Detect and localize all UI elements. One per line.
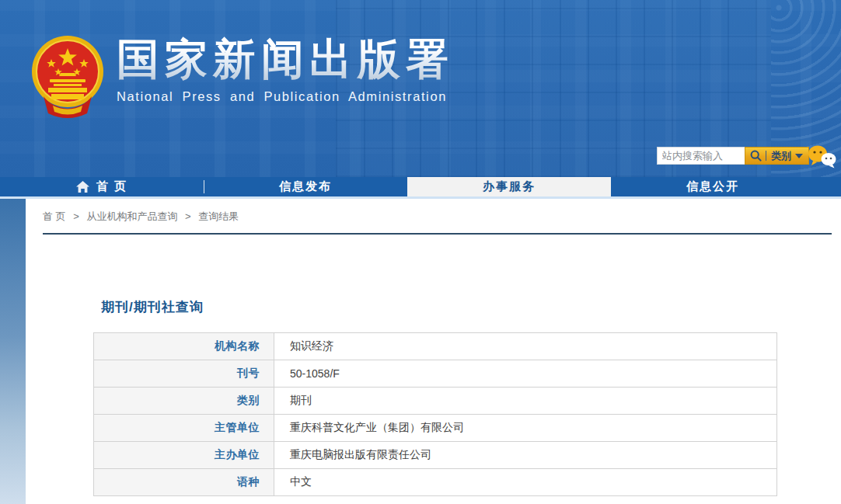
magnifier-icon	[750, 150, 762, 162]
site-title: 国家新闻出版署	[117, 36, 454, 83]
home-icon	[76, 181, 89, 193]
left-gradient-strip	[0, 199, 26, 504]
page-title: 期刊/期刊社查询	[101, 298, 204, 316]
search-controls: 类别	[745, 147, 809, 165]
row-label: 语种	[94, 469, 274, 496]
row-label: 刊号	[94, 360, 274, 388]
nav-tab-label: 办事服务	[483, 179, 536, 194]
nav-tab-home[interactable]: 首 页	[0, 177, 204, 196]
breadcrumb-result[interactable]: 查询结果	[198, 210, 239, 222]
search-button[interactable]	[750, 150, 762, 162]
breadcrumb-query[interactable]: 从业机构和产品查询	[86, 210, 177, 222]
nav-tab-label: 首 页	[96, 179, 127, 194]
table-row: 机构名称 知识经济	[94, 333, 777, 360]
wechat-icon[interactable]	[807, 144, 838, 169]
journal-info-table: 机构名称 知识经济 刊号 50-1058/F 类别 期刊 主管单位 重庆科普文化…	[93, 332, 777, 496]
national-emblem-icon	[30, 31, 106, 124]
chevron-down-icon[interactable]	[795, 154, 803, 158]
table-row: 语种 中文	[94, 469, 777, 496]
category-dropdown-label[interactable]: 类别	[771, 149, 791, 163]
table-row: 主管单位 重庆科普文化产业（集团）有限公司	[94, 415, 777, 442]
brand-block: 国家新闻出版署 National Press and Publication A…	[117, 36, 454, 104]
table-row: 刊号 50-1058/F	[94, 360, 777, 388]
nav-tab-disclosure[interactable]: 信息公开	[611, 177, 815, 196]
row-value: 期刊	[274, 388, 777, 415]
site-header: 国家新闻出版署 National Press and Publication A…	[0, 0, 841, 177]
site-search: 类别	[657, 147, 809, 165]
row-label: 主办单位	[94, 442, 274, 469]
nav-tab-label: 信息发布	[279, 179, 332, 194]
search-input[interactable]	[657, 147, 745, 165]
nav-tab-services[interactable]: 办事服务	[407, 177, 611, 196]
main-nav: 首 页 信息发布 办事服务 信息公开	[0, 177, 841, 199]
row-label: 机构名称	[94, 333, 274, 360]
breadcrumb-separator: >	[73, 210, 79, 222]
table-row: 主办单位 重庆电脑报出版有限责任公司	[94, 442, 777, 469]
breadcrumb-home[interactable]: 首 页	[43, 210, 66, 222]
site-subtitle: National Press and Publication Administr…	[117, 89, 454, 104]
breadcrumb: 首 页 > 从业机构和产品查询 > 查询结果	[43, 210, 832, 235]
row-label: 主管单位	[94, 415, 274, 442]
row-value: 50-1058/F	[274, 360, 777, 388]
row-value: 重庆科普文化产业（集团）有限公司	[274, 415, 777, 442]
row-label: 类别	[94, 388, 274, 415]
table-row: 类别 期刊	[94, 388, 777, 415]
page: 国家新闻出版署 National Press and Publication A…	[0, 0, 841, 504]
breadcrumb-separator: >	[185, 210, 191, 222]
row-value: 重庆电脑报出版有限责任公司	[274, 442, 777, 469]
nav-tab-label: 信息公开	[686, 179, 739, 194]
row-value: 知识经济	[274, 333, 777, 360]
content-area: 首 页 > 从业机构和产品查询 > 查询结果 期刊/期刊社查询 机构名称 知识经…	[0, 199, 841, 504]
row-value: 中文	[274, 469, 777, 496]
search-divider	[766, 151, 766, 161]
nav-tab-news[interactable]: 信息发布	[204, 177, 407, 196]
